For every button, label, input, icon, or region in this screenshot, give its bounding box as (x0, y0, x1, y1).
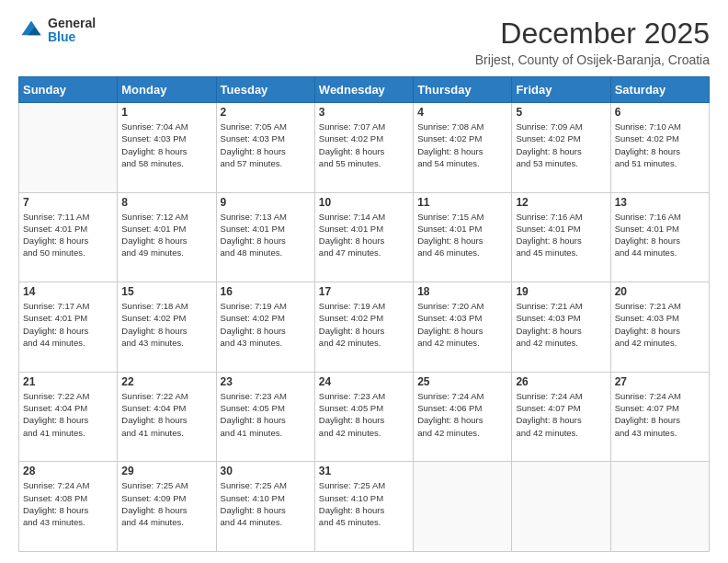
col-wednesday: Wednesday (314, 77, 413, 103)
day-info: Sunrise: 7:24 AM Sunset: 4:08 PM Dayligh… (23, 479, 113, 528)
table-row: 16Sunrise: 7:19 AM Sunset: 4:02 PM Dayli… (216, 282, 314, 373)
day-info: Sunrise: 7:24 AM Sunset: 4:07 PM Dayligh… (615, 390, 705, 439)
day-info: Sunrise: 7:16 AM Sunset: 4:01 PM Dayligh… (516, 211, 606, 259)
day-number: 11 (417, 196, 507, 209)
day-info: Sunrise: 7:21 AM Sunset: 4:03 PM Dayligh… (516, 300, 606, 349)
table-row (512, 462, 610, 552)
day-number: 22 (121, 375, 211, 388)
calendar-table: Sunday Monday Tuesday Wednesday Thursday… (18, 76, 710, 552)
table-row: 24Sunrise: 7:23 AM Sunset: 4:05 PM Dayli… (314, 372, 413, 462)
table-row: 19Sunrise: 7:21 AM Sunset: 4:03 PM Dayli… (512, 282, 610, 373)
day-number: 19 (516, 285, 606, 298)
day-info: Sunrise: 7:22 AM Sunset: 4:04 PM Dayligh… (23, 390, 113, 439)
table-row: 11Sunrise: 7:15 AM Sunset: 4:01 PM Dayli… (414, 192, 512, 282)
table-row: 15Sunrise: 7:18 AM Sunset: 4:02 PM Dayli… (118, 282, 216, 373)
day-number: 21 (23, 375, 113, 388)
col-tuesday: Tuesday (216, 77, 314, 103)
page: General Blue December 2025 Brijest, Coun… (0, 0, 728, 563)
table-row: 4Sunrise: 7:08 AM Sunset: 4:02 PM Daylig… (414, 103, 512, 193)
header: General Blue December 2025 Brijest, Coun… (18, 17, 710, 67)
table-row: 20Sunrise: 7:21 AM Sunset: 4:03 PM Dayli… (610, 282, 709, 373)
day-number: 2 (221, 106, 311, 119)
table-row: 7Sunrise: 7:11 AM Sunset: 4:01 PM Daylig… (19, 192, 118, 282)
table-row: 25Sunrise: 7:24 AM Sunset: 4:06 PM Dayli… (414, 372, 512, 462)
day-number: 13 (615, 196, 705, 209)
logo-text: General Blue (48, 17, 96, 45)
calendar-week-row: 7Sunrise: 7:11 AM Sunset: 4:01 PM Daylig… (19, 192, 710, 282)
logo-blue-text: Blue (48, 30, 96, 44)
day-info: Sunrise: 7:25 AM Sunset: 4:10 PM Dayligh… (319, 479, 409, 528)
table-row: 10Sunrise: 7:14 AM Sunset: 4:01 PM Dayli… (314, 192, 413, 282)
day-number: 6 (615, 106, 705, 119)
table-row: 9Sunrise: 7:13 AM Sunset: 4:01 PM Daylig… (216, 192, 314, 282)
day-info: Sunrise: 7:04 AM Sunset: 4:03 PM Dayligh… (121, 121, 211, 169)
day-info: Sunrise: 7:08 AM Sunset: 4:02 PM Dayligh… (417, 121, 507, 169)
day-info: Sunrise: 7:24 AM Sunset: 4:06 PM Dayligh… (417, 390, 507, 439)
day-info: Sunrise: 7:25 AM Sunset: 4:09 PM Dayligh… (121, 479, 211, 528)
table-row (19, 103, 118, 193)
day-number: 7 (23, 196, 113, 209)
table-row (414, 462, 512, 552)
day-info: Sunrise: 7:11 AM Sunset: 4:01 PM Dayligh… (23, 211, 113, 259)
calendar-week-row: 14Sunrise: 7:17 AM Sunset: 4:01 PM Dayli… (19, 282, 710, 373)
day-info: Sunrise: 7:16 AM Sunset: 4:01 PM Dayligh… (615, 211, 705, 259)
logo-general-text: General (48, 17, 96, 30)
logo-icon (18, 17, 44, 43)
day-info: Sunrise: 7:15 AM Sunset: 4:01 PM Dayligh… (417, 211, 507, 259)
calendar-week-row: 1Sunrise: 7:04 AM Sunset: 4:03 PM Daylig… (19, 103, 710, 193)
day-info: Sunrise: 7:07 AM Sunset: 4:02 PM Dayligh… (319, 121, 409, 169)
day-number: 3 (319, 106, 409, 119)
day-info: Sunrise: 7:19 AM Sunset: 4:02 PM Dayligh… (221, 300, 311, 349)
table-row: 1Sunrise: 7:04 AM Sunset: 4:03 PM Daylig… (118, 103, 216, 193)
day-info: Sunrise: 7:18 AM Sunset: 4:02 PM Dayligh… (121, 300, 211, 349)
day-number: 25 (417, 375, 507, 388)
table-row: 5Sunrise: 7:09 AM Sunset: 4:02 PM Daylig… (512, 103, 610, 193)
day-info: Sunrise: 7:23 AM Sunset: 4:05 PM Dayligh… (319, 390, 409, 439)
day-number: 9 (221, 196, 311, 209)
table-row: 27Sunrise: 7:24 AM Sunset: 4:07 PM Dayli… (610, 372, 709, 462)
day-info: Sunrise: 7:13 AM Sunset: 4:01 PM Dayligh… (221, 211, 311, 259)
day-number: 16 (221, 285, 311, 298)
table-row (610, 462, 709, 552)
day-number: 5 (516, 106, 606, 119)
table-row: 26Sunrise: 7:24 AM Sunset: 4:07 PM Dayli… (512, 372, 610, 462)
col-monday: Monday (118, 77, 216, 103)
table-row: 17Sunrise: 7:19 AM Sunset: 4:02 PM Dayli… (314, 282, 413, 373)
day-number: 31 (319, 465, 409, 477)
day-info: Sunrise: 7:09 AM Sunset: 4:02 PM Dayligh… (516, 121, 606, 169)
table-row: 31Sunrise: 7:25 AM Sunset: 4:10 PM Dayli… (314, 462, 413, 552)
day-info: Sunrise: 7:14 AM Sunset: 4:01 PM Dayligh… (319, 211, 409, 259)
day-info: Sunrise: 7:19 AM Sunset: 4:02 PM Dayligh… (319, 300, 409, 349)
day-info: Sunrise: 7:12 AM Sunset: 4:01 PM Dayligh… (121, 211, 211, 259)
table-row: 12Sunrise: 7:16 AM Sunset: 4:01 PM Dayli… (512, 192, 610, 282)
table-row: 13Sunrise: 7:16 AM Sunset: 4:01 PM Dayli… (610, 192, 709, 282)
day-number: 24 (319, 375, 409, 388)
table-row: 3Sunrise: 7:07 AM Sunset: 4:02 PM Daylig… (314, 103, 413, 193)
calendar-week-row: 21Sunrise: 7:22 AM Sunset: 4:04 PM Dayli… (19, 372, 710, 462)
day-number: 1 (121, 106, 211, 119)
table-row: 2Sunrise: 7:05 AM Sunset: 4:03 PM Daylig… (216, 103, 314, 193)
table-row: 28Sunrise: 7:24 AM Sunset: 4:08 PM Dayli… (19, 462, 118, 552)
day-number: 18 (417, 285, 507, 298)
day-number: 23 (221, 375, 311, 388)
day-info: Sunrise: 7:20 AM Sunset: 4:03 PM Dayligh… (417, 300, 507, 349)
day-number: 15 (121, 285, 211, 298)
table-row: 18Sunrise: 7:20 AM Sunset: 4:03 PM Dayli… (414, 282, 512, 373)
day-number: 20 (615, 285, 705, 298)
day-number: 14 (23, 285, 113, 298)
table-row: 21Sunrise: 7:22 AM Sunset: 4:04 PM Dayli… (19, 372, 118, 462)
day-number: 17 (319, 285, 409, 298)
table-row: 30Sunrise: 7:25 AM Sunset: 4:10 PM Dayli… (216, 462, 314, 552)
day-number: 28 (23, 465, 113, 477)
day-info: Sunrise: 7:25 AM Sunset: 4:10 PM Dayligh… (221, 479, 311, 528)
table-row: 23Sunrise: 7:23 AM Sunset: 4:05 PM Dayli… (216, 372, 314, 462)
day-number: 26 (516, 375, 606, 388)
day-info: Sunrise: 7:05 AM Sunset: 4:03 PM Dayligh… (221, 121, 311, 169)
month-year: December 2025 (475, 17, 710, 51)
calendar-week-row: 28Sunrise: 7:24 AM Sunset: 4:08 PM Dayli… (19, 462, 710, 552)
table-row: 6Sunrise: 7:10 AM Sunset: 4:02 PM Daylig… (610, 103, 709, 193)
calendar-header-row: Sunday Monday Tuesday Wednesday Thursday… (19, 77, 710, 103)
table-row: 8Sunrise: 7:12 AM Sunset: 4:01 PM Daylig… (118, 192, 216, 282)
logo: General Blue (18, 17, 96, 45)
day-info: Sunrise: 7:24 AM Sunset: 4:07 PM Dayligh… (516, 390, 606, 439)
